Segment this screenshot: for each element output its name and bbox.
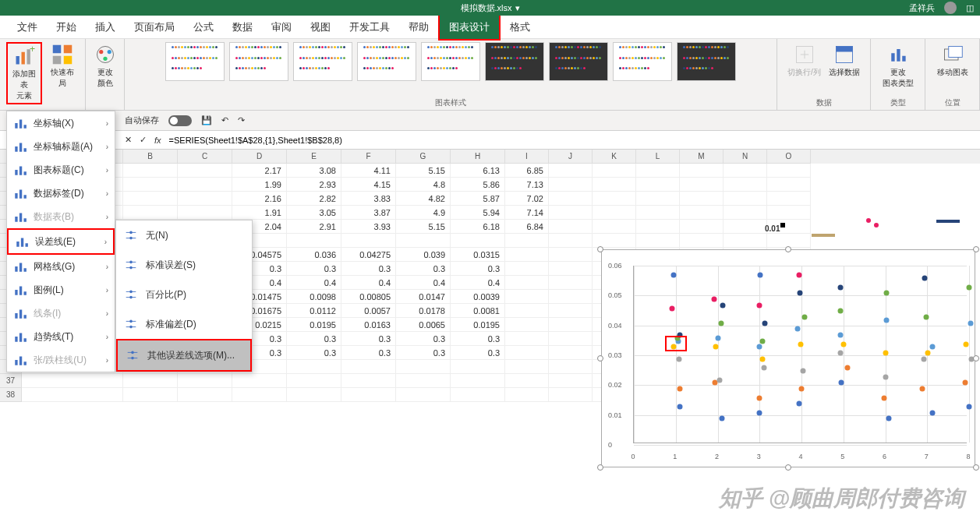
col-header[interactable]: G xyxy=(396,150,451,164)
chart-style-2[interactable] xyxy=(229,42,288,81)
ribbon-display-icon[interactable]: ◫ xyxy=(966,3,974,13)
svg-rect-49 xyxy=(24,338,27,342)
chart-style-7[interactable] xyxy=(549,42,608,81)
tab-开发工具[interactable]: 开发工具 xyxy=(340,16,399,39)
menu-误差线(E)[interactable]: 误差线(E)› xyxy=(7,228,115,255)
save-icon[interactable]: 💾 xyxy=(201,115,212,125)
tab-图表设计[interactable]: 图表设计 xyxy=(438,14,501,41)
col-header[interactable]: J xyxy=(549,150,593,164)
row-header[interactable]: 38 xyxy=(0,388,22,402)
svg-rect-38 xyxy=(15,266,17,272)
svg-rect-25 xyxy=(24,148,27,152)
select-data-button[interactable]: 选择数据 xyxy=(827,42,861,79)
col-header[interactable]: C xyxy=(178,150,232,164)
chart-styles-gallery[interactable] xyxy=(165,42,736,96)
undo-icon[interactable]: ↶ xyxy=(221,115,228,125)
chart-style-9[interactable] xyxy=(677,42,736,81)
col-header[interactable]: M xyxy=(680,150,724,164)
col-header[interactable]: F xyxy=(341,150,396,164)
quick-layout-button[interactable]: 快速布局 xyxy=(47,42,80,90)
svg-rect-41 xyxy=(15,290,17,295)
chart-style-1[interactable] xyxy=(165,42,225,81)
svg-point-54 xyxy=(129,231,133,235)
svg-point-72 xyxy=(131,357,134,360)
fx-icon[interactable]: fx xyxy=(154,136,161,145)
svg-rect-46 xyxy=(24,315,27,319)
row-header[interactable]: 37 xyxy=(0,374,22,388)
svg-rect-17 xyxy=(902,56,905,62)
col-header[interactable]: O xyxy=(767,150,811,164)
add-chart-element-button[interactable]: + 添加图表 元素 xyxy=(6,42,42,104)
menu-坐标轴(X)[interactable]: 坐标轴(X)› xyxy=(7,111,115,135)
col-header[interactable]: H xyxy=(451,150,505,164)
username: 孟祥兵 xyxy=(909,2,935,14)
autosave-toggle[interactable] xyxy=(168,115,192,126)
formula-bar: ✕ ✓ fx xyxy=(0,131,980,150)
col-header[interactable]: L xyxy=(636,150,680,164)
svg-point-70 xyxy=(131,351,134,354)
change-colors-button[interactable]: 更改 颜色 xyxy=(93,42,118,90)
tab-开始[interactable]: 开始 xyxy=(47,16,86,39)
svg-point-60 xyxy=(129,266,133,270)
menu-网格线(G)[interactable]: 网格线(G)› xyxy=(7,255,115,278)
embedded-scatter-chart[interactable]: 00.010.020.030.040.050.06012345678 xyxy=(601,249,975,467)
submenu-百分比(P)[interactable]: 百分比(P) xyxy=(116,280,252,309)
col-header[interactable]: D xyxy=(232,150,287,164)
svg-rect-0 xyxy=(16,56,19,65)
menu-数据标签(D)[interactable]: 数据标签(D)› xyxy=(7,182,115,205)
menu-图例(L)[interactable]: 图例(L)› xyxy=(7,278,115,302)
tab-公式[interactable]: 公式 xyxy=(184,16,223,39)
tab-审阅[interactable]: 审阅 xyxy=(262,16,301,39)
col-header[interactable]: I xyxy=(505,150,549,164)
svg-rect-52 xyxy=(24,361,27,365)
avatar-icon[interactable] xyxy=(944,2,957,14)
switch-row-col-button[interactable]: 切换行/列 xyxy=(786,42,823,79)
svg-rect-4 xyxy=(53,45,62,54)
col-header[interactable]: N xyxy=(724,150,767,164)
svg-rect-24 xyxy=(19,143,22,152)
svg-rect-33 xyxy=(19,213,22,222)
menu-趋势线(T)[interactable]: 趋势线(T)› xyxy=(7,325,115,348)
svg-rect-21 xyxy=(19,120,22,129)
tab-视图[interactable]: 视图 xyxy=(301,16,340,39)
tab-帮助[interactable]: 帮助 xyxy=(399,16,438,39)
confirm-icon[interactable]: ✓ xyxy=(140,135,147,145)
svg-point-62 xyxy=(129,291,133,294)
svg-rect-1 xyxy=(21,52,24,65)
submenu-无(N)[interactable]: 无(N) xyxy=(116,220,252,250)
chart-style-4[interactable] xyxy=(357,42,416,81)
svg-point-10 xyxy=(107,50,111,54)
chart-style-6[interactable] xyxy=(485,42,544,81)
cancel-icon[interactable]: ✕ xyxy=(125,135,132,145)
svg-rect-45 xyxy=(19,310,22,319)
submenu-标准误差(S)[interactable]: 标准误差(S) xyxy=(116,250,252,280)
tab-格式[interactable]: 格式 xyxy=(501,16,540,39)
autosave-label: 自动保存 xyxy=(125,115,159,126)
tab-数据[interactable]: 数据 xyxy=(223,16,262,39)
menu-坐标轴标题(A)[interactable]: 坐标轴标题(A)› xyxy=(7,135,115,158)
move-chart-button[interactable]: 移动图表 xyxy=(936,42,970,79)
svg-point-64 xyxy=(129,296,133,299)
redo-icon[interactable]: ↷ xyxy=(238,115,245,125)
quick-access-toolbar: 自动保存 💾 ↶ ↷ xyxy=(0,111,980,131)
submenu-标准偏差(D)[interactable]: 标准偏差(D) xyxy=(116,309,252,339)
chart-style-3[interactable] xyxy=(293,42,352,81)
svg-rect-31 xyxy=(24,195,27,199)
svg-rect-29 xyxy=(15,193,17,199)
formula-input[interactable] xyxy=(169,136,980,145)
submenu-其他误差线选项(M)...[interactable]: 其他误差线选项(M)... xyxy=(116,339,252,372)
svg-rect-19 xyxy=(948,47,962,58)
chart-style-5[interactable] xyxy=(421,42,480,81)
col-header[interactable]: E xyxy=(287,150,341,164)
tab-文件[interactable]: 文件 xyxy=(8,16,47,39)
tab-插入[interactable]: 插入 xyxy=(86,16,125,39)
svg-rect-27 xyxy=(19,167,22,175)
col-header[interactable]: K xyxy=(593,150,636,164)
svg-rect-42 xyxy=(19,287,22,295)
chart-style-8[interactable] xyxy=(613,42,672,81)
change-chart-type-button[interactable]: 更改 图表类型 xyxy=(881,42,915,90)
col-header[interactable]: B xyxy=(123,150,178,164)
svg-rect-16 xyxy=(897,49,900,62)
tab-页面布局[interactable]: 页面布局 xyxy=(125,16,184,39)
menu-图表标题(C)[interactable]: 图表标题(C)› xyxy=(7,158,115,182)
